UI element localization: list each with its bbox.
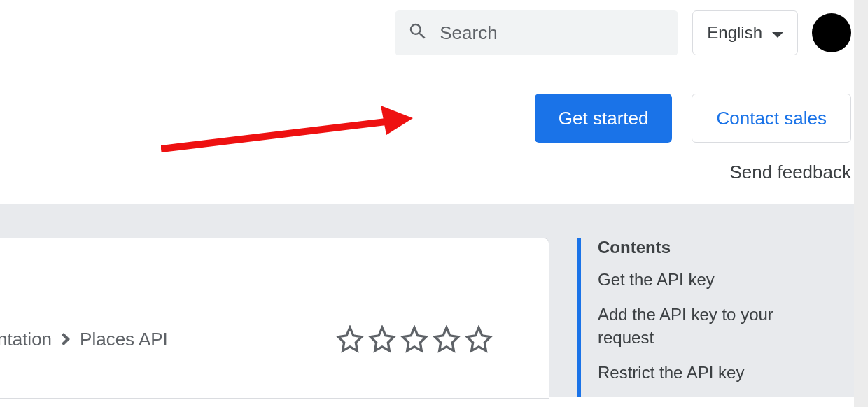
search-box[interactable]: [395, 10, 678, 55]
toc-item[interactable]: Get the API key: [598, 269, 808, 291]
scrollbar[interactable]: [854, 0, 868, 407]
breadcrumb-item[interactable]: Places API: [80, 329, 168, 350]
table-of-contents: Contents Get the API key Add the API key…: [578, 238, 808, 397]
get-started-button[interactable]: Get started: [535, 94, 673, 143]
star-icon[interactable]: [368, 325, 396, 353]
feedback-row: Send feedback: [0, 150, 868, 204]
toc-title: Contents: [598, 238, 808, 257]
star-icon[interactable]: [400, 325, 428, 353]
contact-sales-button[interactable]: Contact sales: [692, 94, 851, 143]
top-header: English: [0, 0, 868, 66]
language-label: English: [707, 23, 762, 43]
star-icon[interactable]: [336, 325, 364, 353]
language-selector[interactable]: English: [692, 10, 798, 55]
toc-item[interactable]: Add the API key to your request: [598, 304, 808, 349]
search-input[interactable]: [440, 22, 666, 44]
toc-item[interactable]: Restrict the API key: [598, 362, 808, 384]
search-icon: [407, 21, 428, 45]
rating-stars[interactable]: [336, 325, 493, 353]
breadcrumb-item[interactable]: ntation: [0, 329, 52, 350]
breadcrumb: ntation Places API: [0, 329, 168, 350]
star-icon[interactable]: [465, 325, 493, 353]
send-feedback-link[interactable]: Send feedback: [730, 162, 851, 183]
cta-bar: Get started Contact sales: [0, 66, 868, 150]
chevron-right-icon: [62, 329, 70, 350]
avatar[interactable]: [812, 13, 851, 52]
star-icon[interactable]: [433, 325, 461, 353]
content-card: ntation Places API: [0, 238, 550, 399]
chevron-down-icon: [772, 23, 783, 43]
main-content-area: ntation Places API Contents Get the API …: [0, 204, 868, 397]
